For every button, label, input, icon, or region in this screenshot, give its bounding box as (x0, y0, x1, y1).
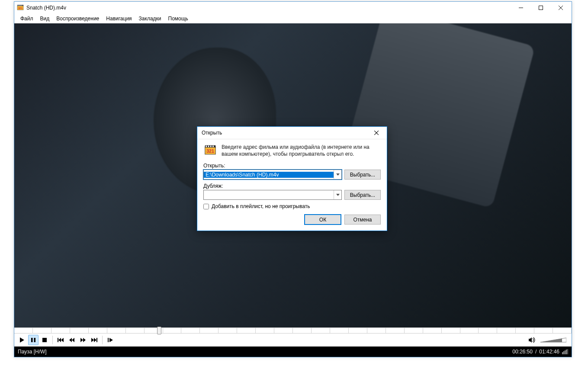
svg-rect-2 (18, 5, 19, 6)
dub-path-combo[interactable] (203, 190, 342, 200)
svg-marker-17 (61, 338, 64, 342)
svg-text:321: 321 (18, 7, 23, 10)
open-path-value: E:\Downloads\Snatch (HD).m4v (204, 172, 334, 178)
menubar: Файл Вид Воспроизведение Навигация Закла… (14, 14, 572, 23)
time-total: 01:42:46 (539, 349, 559, 355)
dialog-titlebar[interactable]: Открыть (197, 127, 387, 139)
menu-view[interactable]: Вид (37, 15, 53, 22)
maximize-button[interactable] (531, 2, 551, 14)
svg-rect-4 (20, 5, 21, 6)
dialog-close-button[interactable] (368, 127, 385, 139)
svg-rect-12 (31, 338, 33, 342)
window-controls (511, 2, 571, 14)
svg-rect-39 (206, 146, 207, 148)
status-time: 00:26:50 / 01:42:46 (512, 349, 568, 355)
menu-file[interactable]: Файл (17, 15, 37, 22)
svg-rect-14 (42, 338, 47, 342)
dub-path-dropdown-icon[interactable] (334, 190, 341, 199)
titlebar[interactable]: 321 Snatch (HD).m4v (14, 2, 572, 14)
svg-rect-3 (19, 5, 20, 6)
svg-rect-25 (108, 338, 109, 342)
menu-help[interactable]: Помощь (165, 15, 192, 22)
svg-rect-8 (539, 6, 543, 10)
svg-rect-15 (58, 338, 58, 342)
svg-marker-11 (20, 337, 24, 343)
open-path-combo[interactable]: E:\Downloads\Snatch (HD).m4v (203, 170, 342, 180)
status-text: Пауза [H/W] (18, 349, 512, 355)
svg-marker-26 (109, 338, 113, 342)
svg-marker-22 (91, 338, 94, 342)
open-browse-button[interactable]: Выбрать... (344, 170, 381, 180)
dialog-intro-text: Введите адрес фильма или аудиофайла (в и… (222, 144, 381, 157)
mute-button[interactable] (527, 335, 537, 345)
add-to-playlist-checkbox[interactable] (203, 204, 209, 209)
status-bars-icon (562, 349, 568, 354)
playback-controls (14, 334, 572, 346)
svg-rect-41 (210, 146, 212, 148)
dub-browse-button[interactable]: Выбрать... (344, 190, 381, 200)
minimize-button[interactable] (511, 2, 531, 14)
open-dialog: Открыть 321 Введите адрес фильма или ауд… (197, 126, 387, 231)
prev-button[interactable] (55, 335, 66, 345)
menu-navigation[interactable]: Навигация (103, 15, 135, 22)
seek-bar[interactable] (14, 327, 572, 334)
menu-playback[interactable]: Воспроизведение (53, 15, 103, 22)
window-title: Snatch (HD).m4v (26, 5, 511, 11)
svg-rect-34 (567, 349, 568, 354)
svg-marker-20 (80, 338, 83, 342)
svg-marker-23 (94, 338, 96, 342)
svg-marker-45 (336, 194, 340, 196)
forward-button[interactable] (78, 335, 88, 345)
add-to-playlist-label: Добавить в плейлист, но не проигрывать (212, 203, 310, 209)
svg-marker-19 (72, 338, 74, 342)
svg-rect-13 (34, 338, 36, 342)
dub-label: Дубляж: (203, 183, 381, 189)
add-to-playlist-row[interactable]: Добавить в плейлист, но не проигрывать (203, 203, 381, 209)
menu-bookmarks[interactable]: Закладки (135, 15, 165, 22)
stop-button[interactable] (39, 335, 50, 345)
svg-marker-18 (69, 338, 72, 342)
svg-marker-27 (529, 337, 532, 343)
status-bar: Пауза [H/W] 00:26:50 / 01:42:46 (14, 346, 572, 357)
svg-rect-42 (212, 146, 214, 148)
svg-rect-40 (208, 146, 209, 148)
rewind-button[interactable] (67, 335, 77, 345)
step-button[interactable] (105, 335, 116, 345)
separator (52, 336, 53, 344)
volume-slider[interactable] (540, 337, 566, 343)
svg-rect-32 (565, 350, 566, 354)
svg-rect-5 (22, 5, 22, 6)
seek-thumb[interactable] (157, 327, 161, 334)
play-button[interactable] (17, 335, 27, 345)
cancel-button[interactable]: Отмена (344, 215, 381, 225)
pause-button[interactable] (28, 335, 39, 345)
close-button[interactable] (551, 2, 571, 14)
svg-rect-24 (96, 338, 97, 342)
next-button[interactable] (89, 335, 100, 345)
svg-rect-33 (566, 350, 567, 354)
separator (102, 336, 103, 344)
dialog-title: Открыть (202, 130, 368, 136)
ok-button[interactable]: ОК (305, 215, 341, 225)
time-current: 00:26:50 (512, 349, 533, 355)
open-path-dropdown-icon[interactable] (334, 170, 341, 179)
svg-marker-21 (83, 338, 86, 342)
svg-marker-16 (58, 338, 61, 342)
app-icon: 321 (17, 4, 24, 11)
svg-rect-30 (562, 352, 563, 354)
dialog-app-icon: 321 (203, 144, 217, 157)
svg-marker-44 (336, 173, 340, 176)
seek-ticks (14, 328, 572, 333)
svg-text:321: 321 (206, 148, 214, 154)
svg-rect-31 (563, 351, 564, 354)
open-label: Открыть: (203, 163, 381, 169)
